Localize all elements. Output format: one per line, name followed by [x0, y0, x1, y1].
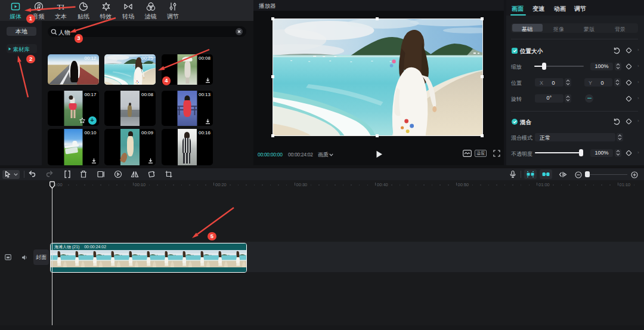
svg-text:TI: TI — [57, 2, 64, 11]
